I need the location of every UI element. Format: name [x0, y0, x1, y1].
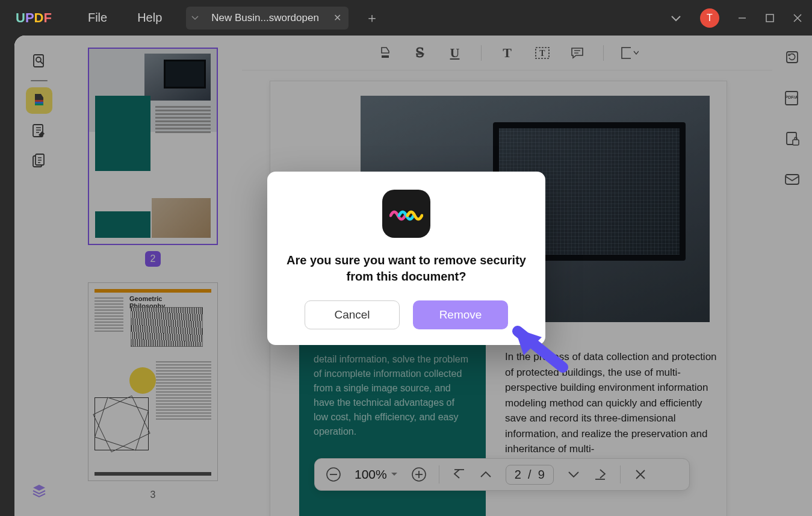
window-controls	[737, 13, 802, 23]
svg-text:PDF/A: PDF/A	[786, 95, 798, 99]
titlebar: UPDF File Help New Busin...swordopen ✕ ＋…	[0, 0, 812, 36]
close-button[interactable]	[793, 13, 802, 23]
comment-tool[interactable]	[26, 87, 52, 114]
separator	[620, 465, 621, 483]
svg-line-4	[40, 61, 43, 64]
next-page-button[interactable]	[565, 465, 583, 483]
separator	[481, 45, 482, 61]
thumbnail-number-2: 2	[145, 251, 161, 267]
zoom-out-button[interactable]	[324, 465, 342, 483]
divider	[31, 80, 48, 81]
tab-close-icon[interactable]: ✕	[333, 12, 341, 23]
svg-rect-5	[35, 100, 43, 102]
zoom-in-button[interactable]	[410, 465, 428, 483]
underline-tool[interactable]: U	[446, 44, 464, 62]
first-page-button[interactable]	[450, 465, 468, 483]
maximize-button[interactable]	[765, 13, 775, 23]
doc-body-text: In the process of data collection and pr…	[505, 349, 722, 457]
reader-tool[interactable]	[26, 48, 52, 74]
highlight-tool[interactable]	[376, 44, 394, 62]
document-tab[interactable]: New Busin...swordopen ✕	[204, 7, 349, 30]
thumbnail-panel: 2 Geometric Philosophy 3	[64, 36, 242, 516]
right-toolbar: PDF/A	[772, 36, 812, 516]
thumbnail-page-3[interactable]: Geometric Philosophy	[88, 282, 218, 481]
protect-tool[interactable]	[781, 128, 803, 150]
tab-list-dropdown[interactable]	[186, 7, 204, 30]
edit-tool[interactable]	[26, 117, 52, 144]
svg-rect-28	[793, 140, 799, 145]
organize-tool[interactable]	[26, 148, 52, 174]
cancel-button[interactable]: Cancel	[305, 300, 400, 329]
user-avatar[interactable]: T	[700, 8, 719, 28]
thumbnail-page-2[interactable]	[88, 48, 218, 245]
svg-point-3	[36, 57, 41, 62]
remove-button[interactable]: Remove	[413, 300, 508, 329]
thumbnail-number-3: 3	[145, 487, 161, 503]
separator	[439, 465, 439, 483]
svg-rect-29	[786, 175, 799, 184]
annotation-toolbar: S̶ U T T	[242, 36, 772, 70]
sticky-note-tool[interactable]	[568, 44, 586, 62]
svg-rect-2	[34, 55, 43, 67]
pdfa-tool[interactable]: PDF/A	[781, 87, 803, 109]
svg-rect-6	[35, 102, 43, 104]
prev-page-button[interactable]	[477, 465, 495, 483]
tab-title: New Busin...swordopen	[211, 12, 319, 24]
svg-rect-16	[622, 48, 631, 58]
remove-security-dialog: Are you sure you want to remove security…	[267, 172, 545, 345]
textbox-tool[interactable]: T	[533, 44, 551, 62]
page-indicator[interactable]: 2 / 9	[506, 465, 554, 485]
separator	[603, 45, 604, 61]
minimize-button[interactable]	[737, 13, 747, 23]
svg-rect-7	[35, 104, 43, 105]
svg-rect-11	[382, 55, 389, 58]
menu-help[interactable]: Help	[137, 11, 162, 25]
svg-text:T: T	[539, 49, 545, 58]
menu-bar: File Help	[88, 11, 162, 25]
app-logo: UPDF	[16, 10, 52, 26]
svg-rect-10	[36, 154, 44, 165]
last-page-button[interactable]	[591, 465, 609, 483]
text-tool[interactable]: T	[498, 44, 516, 62]
close-bar-button[interactable]	[631, 465, 649, 483]
zoom-level[interactable]: 100%	[355, 467, 398, 482]
menu-file[interactable]: File	[88, 11, 107, 25]
share-tool[interactable]	[781, 169, 803, 191]
svg-rect-1	[766, 14, 773, 22]
strikethrough-tool[interactable]: S̶	[411, 44, 429, 62]
dialog-message: Are you sure you want to remove security…	[282, 252, 531, 285]
shape-tool[interactable]	[621, 44, 639, 62]
rotate-tool[interactable]	[781, 46, 803, 68]
app-icon	[382, 190, 430, 238]
zoom-page-bar: 100% 2 / 9	[314, 458, 690, 491]
new-tab-button[interactable]: ＋	[365, 9, 379, 27]
tab-bar: New Busin...swordopen ✕ ＋	[186, 0, 379, 36]
layers-tool[interactable]	[26, 477, 52, 504]
left-toolbar	[14, 36, 64, 516]
chevron-down-icon[interactable]	[670, 14, 682, 22]
